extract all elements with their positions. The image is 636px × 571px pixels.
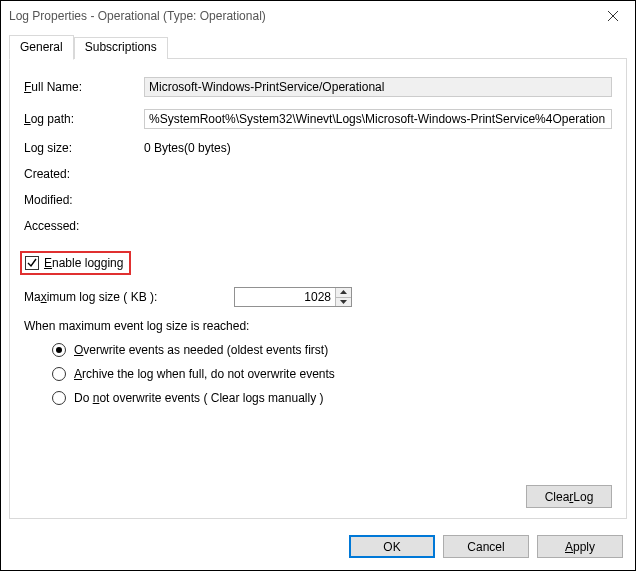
radio-icon [52, 343, 66, 357]
row-full-name: Full Name: [24, 77, 612, 97]
spinner-down[interactable] [336, 298, 351, 307]
apply-button[interactable]: Apply [537, 535, 623, 558]
highlight-enable-logging: Enable logging [20, 251, 131, 275]
tab-strip: General Subscriptions [1, 31, 635, 59]
label-log-size: Log size: [24, 141, 144, 155]
radio-archive[interactable]: Archive the log when full, do not overwr… [52, 367, 612, 381]
full-name-field[interactable] [144, 77, 612, 97]
spinner-buttons [335, 288, 351, 306]
dialog-footer: OK Cancel Apply [1, 527, 635, 570]
row-log-size: Log size: 0 Bytes(0 bytes) [24, 141, 612, 155]
titlebar: Log Properties - Operational (Type: Oper… [1, 1, 635, 31]
radio-archive-label: Archive the log when full, do not overwr… [74, 367, 335, 381]
radio-icon [52, 391, 66, 405]
cancel-button[interactable]: Cancel [443, 535, 529, 558]
radio-overwrite-label: Overwrite events as needed (oldest event… [74, 343, 328, 357]
tab-general[interactable]: General [9, 35, 74, 60]
row-log-path: Log path: [24, 109, 612, 129]
max-size-input[interactable] [235, 288, 335, 306]
clear-log-button[interactable]: Clear Log [526, 485, 612, 508]
label-full-name: Full Name: [24, 80, 144, 94]
check-icon [27, 258, 37, 268]
tab-body-general: Full Name: Log path: Log size: 0 Bytes(0… [9, 59, 627, 519]
label-log-path: Log path: [24, 112, 144, 126]
dialog-window: Log Properties - Operational (Type: Oper… [0, 0, 636, 571]
label-max-size: Maximum log size ( KB ): [24, 290, 234, 304]
close-button[interactable] [590, 1, 635, 31]
radio-donot[interactable]: Do not overwrite events ( Clear logs man… [52, 391, 612, 405]
row-modified: Modified: [24, 193, 612, 207]
label-when-reached: When maximum event log size is reached: [24, 319, 612, 333]
radio-overwrite[interactable]: Overwrite events as needed (oldest event… [52, 343, 612, 357]
row-max-size: Maximum log size ( KB ): [24, 287, 612, 307]
svg-marker-2 [340, 290, 347, 294]
radio-icon [52, 367, 66, 381]
tab-subscriptions[interactable]: Subscriptions [74, 37, 168, 59]
label-modified: Modified: [24, 193, 144, 207]
window-title: Log Properties - Operational (Type: Oper… [9, 9, 590, 23]
chevron-down-icon [340, 300, 347, 304]
radio-group-overflow: Overwrite events as needed (oldest event… [52, 343, 612, 405]
log-path-field[interactable] [144, 109, 612, 129]
value-log-size: 0 Bytes(0 bytes) [144, 141, 612, 155]
max-size-spinner[interactable] [234, 287, 352, 307]
row-created: Created: [24, 167, 612, 181]
spinner-up[interactable] [336, 288, 351, 298]
label-enable-logging: Enable logging [44, 256, 123, 270]
row-enable-logging: Enable logging [24, 251, 612, 275]
enable-logging-checkbox[interactable] [25, 256, 39, 270]
row-accessed: Accessed: [24, 219, 612, 233]
chevron-up-icon [340, 290, 347, 294]
ok-button[interactable]: OK [349, 535, 435, 558]
radio-donot-label: Do not overwrite events ( Clear logs man… [74, 391, 323, 405]
label-accessed: Accessed: [24, 219, 144, 233]
svg-marker-3 [340, 300, 347, 304]
label-created: Created: [24, 167, 144, 181]
close-icon [608, 11, 618, 21]
